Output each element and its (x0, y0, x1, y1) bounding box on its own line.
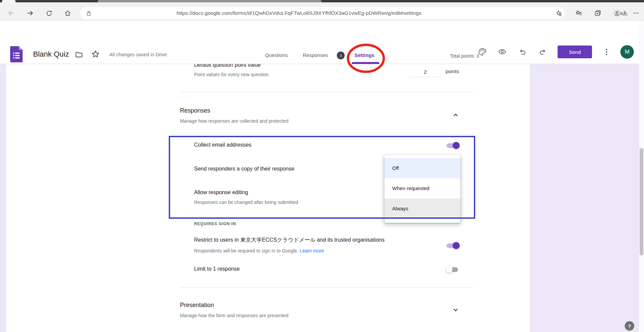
address-bar[interactable]: https://docs.google.com/forms/d/1QwhDxVd… (80, 7, 565, 19)
section-divider (180, 92, 473, 92)
browser-menu-icon[interactable] (632, 9, 640, 17)
redo-icon[interactable] (538, 48, 547, 56)
star-icon[interactable] (91, 50, 100, 58)
collect-email-toggle[interactable] (446, 142, 459, 150)
requires-signin-header: REQUIRES SIGN-IN (194, 221, 236, 226)
account-avatar[interactable]: M (620, 45, 634, 59)
scrollbar-thumb[interactable] (640, 148, 643, 255)
google-forms-logo[interactable] (10, 46, 23, 64)
dropdown-option-off[interactable]: Off (384, 158, 460, 178)
responses-section-title: Responses (180, 107, 210, 114)
tab-questions[interactable]: Questions (265, 52, 288, 58)
tab-responses[interactable]: Responses (303, 52, 328, 58)
presentation-section-subtitle: Manage how the form and responses are pr… (180, 313, 288, 318)
settings-tab-underline (352, 62, 379, 64)
learn-more-link[interactable]: Learn more (300, 248, 324, 253)
browser-tab-partial-2 (98, 0, 321, 2)
screen: https://docs.google.com/forms/d/1QwhDxVd… (0, 0, 644, 332)
responses-count-badge: 3 (337, 52, 345, 59)
collect-email-label: Collect email addresses (194, 142, 251, 148)
forward-icon[interactable] (26, 9, 34, 17)
browser-tab-partial (2, 0, 16, 2)
refresh-icon[interactable] (45, 9, 53, 17)
allow-editing-subtitle: Responses can be changed after being sub… (194, 200, 298, 205)
restrict-users-toggle[interactable] (446, 242, 459, 250)
save-status: All changes saved in Drive (109, 52, 167, 57)
add-favorite-icon[interactable] (555, 9, 562, 17)
theme-palette-icon[interactable] (478, 48, 487, 56)
browser-toolbar: https://docs.google.com/forms/d/1QwhDxVd… (0, 2, 644, 21)
back-icon[interactable] (8, 9, 15, 17)
collections-icon[interactable] (594, 9, 601, 17)
tab-settings[interactable]: Settings (354, 52, 374, 58)
allow-editing-label: Allow response editing (194, 189, 248, 195)
section-divider (180, 287, 473, 288)
browser-profile-icon[interactable] (613, 9, 621, 17)
home-icon[interactable] (64, 9, 71, 17)
send-copy-label: Send responders a copy of their response (194, 166, 294, 172)
preview-eye-icon[interactable] (498, 48, 507, 56)
default-points-input[interactable] (409, 67, 441, 77)
scrollbar-track[interactable] (639, 21, 644, 332)
collapse-chevron-up-icon[interactable] (452, 112, 459, 119)
undo-icon[interactable] (518, 48, 527, 56)
total-points-label: Total points: 3 (450, 53, 479, 59)
dropdown-option-when-requested[interactable]: When requested (384, 178, 460, 199)
send-button[interactable]: Send (558, 46, 592, 58)
restrict-users-label: Restrict to users in 東京大学ECCSクラウドメール and… (194, 237, 384, 244)
help-button[interactable]: ? (625, 321, 634, 331)
favorites-icon[interactable] (575, 9, 583, 17)
points-unit-label: points (446, 68, 459, 74)
restrict-users-subtitle: Respondents will be required to sign in … (194, 248, 324, 253)
more-options-icon[interactable] (602, 48, 611, 56)
limit-response-label: Limit to 1 response (194, 266, 240, 272)
send-copy-dropdown-menu: Off When requested Always (384, 155, 460, 223)
forms-header: Blank Quiz All changes saved in Drive Se… (0, 21, 644, 47)
responses-section-subtitle: Manage how responses are collected and p… (180, 118, 288, 124)
document-title[interactable]: Blank Quiz (33, 50, 69, 59)
default-points-subtitle: Point values for every new question (194, 72, 269, 77)
window-tab-strip (0, 0, 644, 2)
move-folder-icon[interactable] (75, 50, 83, 59)
expand-chevron-down-icon[interactable] (452, 306, 459, 313)
restrict-subtitle-text: Respondents will be required to sign in … (194, 248, 298, 253)
url-text[interactable]: https://docs.google.com/forms/d/1QwhDxVd… (177, 7, 421, 19)
presentation-section-title: Presentation (180, 302, 214, 309)
lock-icon[interactable] (85, 9, 92, 17)
dropdown-option-always[interactable]: Always (384, 199, 460, 219)
limit-response-toggle[interactable] (446, 266, 459, 274)
